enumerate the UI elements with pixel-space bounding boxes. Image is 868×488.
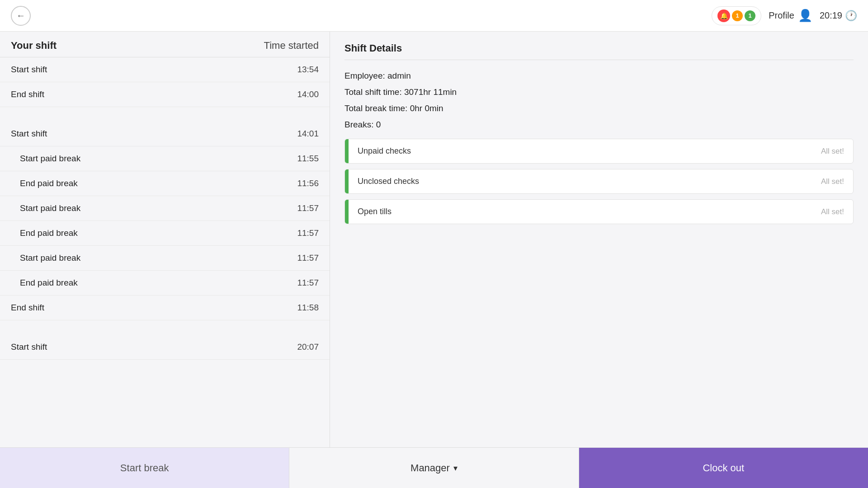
shift-row-6: Start paid break11:57 (0, 196, 330, 221)
manager-button[interactable]: Manager ▾ (289, 448, 579, 488)
check-item-label-2: Open tills (358, 207, 392, 216)
shift-details-title: Shift Details (344, 42, 854, 60)
shift-row-1: End shift14:00 (0, 82, 330, 107)
header-left: ← (11, 6, 31, 26)
header-right: 🔔 1 1 Profile 👤 20:19 🕐 (712, 6, 857, 25)
shift-row-label-0: Start shift (11, 65, 47, 75)
profile-icon: 👤 (798, 9, 812, 23)
shift-row-time-5: 11:56 (297, 178, 319, 188)
profile-area[interactable]: Profile 👤 (769, 9, 812, 23)
shift-row-time-3: 14:01 (297, 129, 319, 139)
notification-badge-green: 1 (745, 10, 755, 21)
check-item-status-2: All set! (821, 207, 844, 216)
bell-icon: 🔔 (720, 12, 728, 19)
shift-row-time-0: 13:54 (297, 65, 319, 75)
shift-row-9: End paid break11:57 (0, 271, 330, 296)
check-item-label-0: Unpaid checks (358, 146, 411, 156)
check-item-1: Unclosed checksAll set! (344, 169, 854, 194)
shift-row-spacer-11 (0, 320, 330, 335)
shift-row-time-9: 11:57 (297, 278, 319, 288)
shift-row-time-6: 11:57 (297, 203, 319, 213)
check-item-label-1: Unclosed checks (358, 177, 419, 186)
manager-label: Manager (410, 462, 450, 474)
shift-row-time-7: 11:57 (297, 228, 319, 238)
shift-row-label-7: End paid break (20, 228, 78, 238)
check-item-2: Open tillsAll set! (344, 199, 854, 224)
shift-row-7: End paid break11:57 (0, 221, 330, 246)
shift-row-label-9: End paid break (20, 278, 78, 288)
time-started-label: Time started (264, 40, 319, 52)
notification-cluster[interactable]: 🔔 1 1 (712, 6, 761, 25)
bottom-bar: Start break Manager ▾ Clock out (0, 447, 868, 488)
your-shift-title: Your shift (11, 40, 57, 52)
shift-row-4: Start paid break11:55 (0, 146, 330, 171)
shift-row-label-10: End shift (11, 303, 44, 313)
right-panel: Shift Details Employee: admin Total shif… (330, 32, 868, 447)
shift-row-time-10: 11:58 (297, 303, 319, 313)
shift-row-time-4: 11:55 (297, 154, 319, 164)
check-item-bar-2 (345, 200, 349, 224)
total-shift-time: Total shift time: 3071hr 11min (344, 87, 854, 97)
check-item-bar-1 (345, 169, 349, 193)
shift-row-0: Start shift13:54 (0, 57, 330, 82)
check-item-status-1: All set! (821, 177, 844, 186)
header: ← 🔔 1 1 Profile 👤 20:19 🕐 (0, 0, 868, 32)
check-item-content-1: Unclosed checksAll set! (349, 169, 853, 193)
shift-row-label-6: Start paid break (20, 203, 80, 213)
check-item-content-2: Open tillsAll set! (349, 200, 853, 224)
checks-list: Unpaid checksAll set!Unclosed checksAll … (344, 139, 854, 224)
breaks-count: Breaks: 0 (344, 120, 854, 130)
notification-bell-icon: 🔔 (717, 9, 730, 22)
back-button[interactable]: ← (11, 6, 31, 26)
total-break-time: Total break time: 0hr 0min (344, 103, 854, 113)
main-container: Your shift Time started Start shift13:54… (0, 32, 868, 447)
shift-row-time-8: 11:57 (297, 253, 319, 263)
employee-detail: Employee: admin (344, 71, 854, 81)
shift-row-label-12: Start shift (11, 342, 47, 352)
shift-row-5: End paid break11:56 (0, 171, 330, 196)
shift-row-spacer-2 (0, 107, 330, 122)
check-item-content-0: Unpaid checksAll set! (349, 139, 853, 163)
notification-badge-orange: 1 (732, 10, 743, 21)
time-display: 20:19 🕐 (820, 10, 857, 22)
current-time: 20:19 (820, 10, 842, 21)
shift-row-time-1: 14:00 (297, 89, 319, 99)
shift-row-label-4: Start paid break (20, 154, 80, 164)
shift-row-label-5: End paid break (20, 178, 78, 188)
shift-row-10: End shift11:58 (0, 296, 330, 320)
left-panel-header: Your shift Time started (0, 32, 330, 57)
shift-list: Start shift13:54End shift14:00Start shif… (0, 57, 330, 447)
check-item-bar-0 (345, 139, 349, 163)
left-panel: Your shift Time started Start shift13:54… (0, 32, 330, 447)
dropdown-arrow-icon: ▾ (453, 463, 458, 473)
shift-row-12: Start shift20:07 (0, 335, 330, 360)
clock-out-button[interactable]: Clock out (579, 448, 868, 488)
clock-icon: 🕐 (845, 10, 857, 22)
back-icon: ← (16, 10, 25, 21)
check-item-0: Unpaid checksAll set! (344, 139, 854, 164)
start-break-button[interactable]: Start break (0, 448, 289, 488)
shift-row-label-8: Start paid break (20, 253, 80, 263)
profile-label: Profile (769, 10, 794, 21)
shift-row-label-3: Start shift (11, 129, 47, 139)
shift-row-3: Start shift14:01 (0, 122, 330, 146)
check-item-status-0: All set! (821, 147, 844, 156)
shift-row-label-1: End shift (11, 89, 44, 99)
shift-row-time-12: 20:07 (297, 342, 319, 352)
shift-row-8: Start paid break11:57 (0, 246, 330, 271)
